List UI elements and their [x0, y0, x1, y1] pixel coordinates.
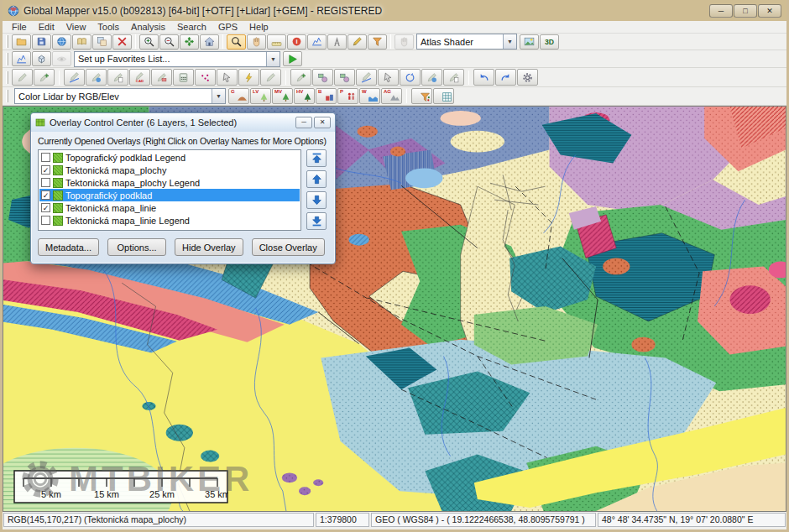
layer-checkbox[interactable]	[41, 216, 50, 225]
menu-help[interactable]: Help	[243, 21, 274, 34]
split-area-button[interactable]	[334, 69, 355, 86]
open-data-file-button[interactable]	[12, 34, 31, 50]
lidar-grid-button[interactable]	[433, 88, 454, 104]
favorites-combo[interactable]: Set up Favorites List... ▼	[74, 51, 280, 67]
download-online-imagery-button[interactable]	[52, 34, 71, 50]
lidar-medium-vegetation-button[interactable]: MV	[272, 88, 293, 104]
path-profile-tool-button[interactable]	[307, 34, 327, 50]
overlay-item-0[interactable]: Topografický podklad Legend	[39, 151, 300, 164]
lidar-ground-button[interactable]: G	[228, 88, 249, 104]
lidar-high-vegetation-button[interactable]: HV	[294, 88, 315, 104]
move-layer-up-button[interactable]	[306, 170, 327, 188]
move-layer-top-button[interactable]	[306, 149, 327, 167]
create-line-feature-button[interactable]	[64, 69, 85, 86]
lidar-buildings-button[interactable]: B	[316, 88, 337, 104]
toolbar-grip[interactable]	[6, 35, 8, 48]
zoom-full-extent-button[interactable]	[180, 34, 199, 50]
save-workspace-button[interactable]	[32, 34, 51, 50]
layer-checkbox[interactable]	[41, 153, 50, 162]
digitizer-tool-button[interactable]	[12, 69, 33, 86]
overlay-item-1[interactable]: ✓Tektonická mapa_plochy	[39, 164, 300, 176]
toolbar-grip[interactable]	[6, 90, 8, 102]
zoom-in-button[interactable]	[139, 34, 159, 50]
zoom-tool-button[interactable]	[227, 34, 246, 50]
toolbar-grip[interactable]	[6, 53, 8, 65]
options-button[interactable]: Options...	[107, 238, 166, 256]
lidar-above-ground-button[interactable]: AG	[381, 88, 402, 104]
close-button[interactable]: ✕	[758, 4, 781, 18]
pan-tool-button[interactable]	[247, 34, 266, 50]
digitizer-options-button[interactable]	[517, 69, 538, 86]
layer-checkbox[interactable]: ✓	[41, 203, 50, 212]
chevron-down-icon[interactable]: ▼	[266, 52, 280, 66]
create-feature-from-map-button[interactable]	[86, 69, 107, 86]
maximize-button[interactable]: □	[734, 4, 757, 18]
home-view-button[interactable]	[200, 34, 219, 50]
atlas-shader-combo[interactable]: Atlas Shader ▼	[416, 34, 517, 50]
redo-edit-button[interactable]	[495, 69, 516, 86]
menu-view[interactable]: View	[60, 21, 92, 34]
chevron-down-icon[interactable]: ▼	[503, 34, 516, 49]
attribute-calculator-button[interactable]	[173, 69, 194, 86]
hide-overlay-button[interactable]: Hide Overlay	[175, 238, 243, 256]
overlay-item-3[interactable]: ✓Topografický podklad	[39, 189, 300, 201]
dialog-close-button[interactable]: ✕	[314, 117, 331, 128]
layer-checkbox[interactable]	[41, 178, 50, 187]
erase-feature-button[interactable]	[151, 69, 172, 86]
custom-shader-button[interactable]	[520, 34, 539, 50]
overlay-item-4[interactable]: ✓Tektonická mapa_linie	[39, 201, 300, 214]
measure-feature-button[interactable]	[443, 69, 464, 86]
chevron-down-icon[interactable]: ▼	[212, 89, 225, 103]
menu-file[interactable]: File	[6, 21, 33, 34]
menu-edit[interactable]: Edit	[33, 21, 60, 34]
trace-feature-button[interactable]	[260, 69, 281, 86]
metadata-button[interactable]: Metadata...	[38, 238, 99, 256]
minimize-button[interactable]: ─	[709, 4, 733, 18]
select-features-button[interactable]	[217, 69, 238, 86]
menu-tools[interactable]: Tools	[91, 21, 125, 34]
show-3d-button[interactable]	[32, 51, 51, 66]
move-layer-bottom-button[interactable]	[306, 212, 327, 230]
menu-search[interactable]: Search	[171, 21, 212, 34]
menu-analysis[interactable]: Analysis	[125, 21, 171, 34]
filter-tool-button[interactable]	[368, 34, 387, 50]
zoom-out-button[interactable]	[159, 34, 179, 50]
export-data-button[interactable]	[92, 34, 112, 50]
dialog-minimize-button[interactable]: ─	[295, 117, 312, 128]
copy-feature-button[interactable]	[107, 69, 128, 86]
view-shed-tool-button[interactable]	[327, 34, 347, 50]
grab-roam-tool-button[interactable]	[394, 34, 414, 50]
toolbar-grip[interactable]	[6, 71, 8, 84]
unload-all-layers-button[interactable]	[112, 34, 132, 50]
close-overlay-button[interactable]: Close Overlay	[252, 238, 325, 256]
create-point-features-button[interactable]	[195, 69, 216, 86]
title-bar[interactable]: Global Mapper v15.0 (b092813) [64-bit] […	[3, 0, 786, 21]
overlay-item-5[interactable]: Tektonická mapa_linie Legend	[39, 214, 300, 227]
map-catalog-button[interactable]	[72, 34, 91, 50]
filter-lidar-button[interactable]	[411, 88, 432, 104]
measure-tool-button[interactable]	[267, 34, 286, 50]
lidar-low-vegetation-button[interactable]: LV	[250, 88, 271, 104]
buffer-features-button[interactable]	[356, 69, 377, 86]
apply-favorite-button[interactable]	[283, 51, 302, 66]
fly-through-button[interactable]	[52, 51, 71, 66]
layer-checkbox[interactable]: ✓	[41, 165, 50, 175]
feature-info-tool-button[interactable]: i	[287, 34, 306, 50]
lidar-color-combo[interactable]: Color Lidar by RGB/Elev ▼	[14, 88, 226, 104]
menu-gps[interactable]: GPS	[212, 21, 243, 34]
overlay-item-2[interactable]: Tektonická mapa_plochy Legend	[39, 176, 300, 189]
dialog-title-bar[interactable]: Overlay Control Center (6 Layers, 1 Sele…	[31, 113, 335, 132]
move-features-button[interactable]	[378, 69, 399, 86]
undo-edit-button[interactable]	[473, 69, 494, 86]
lidar-water-button[interactable]: W	[359, 88, 380, 104]
move-layer-down-button[interactable]	[306, 191, 327, 209]
snap-mode-button[interactable]	[290, 69, 311, 86]
show-3d-view-button[interactable]: 3D	[540, 34, 559, 50]
path-profile-button[interactable]	[12, 51, 31, 66]
create-cad-feature-button[interactable]: CAD	[129, 69, 150, 86]
layer-checkbox[interactable]: ✓	[41, 190, 50, 200]
scale-features-button[interactable]	[421, 69, 442, 86]
edit-features-button[interactable]	[34, 69, 55, 86]
overlay-list[interactable]: Topografický podklad Legend✓Tektonická m…	[38, 149, 301, 231]
lightning-digitize-button[interactable]	[238, 69, 259, 86]
